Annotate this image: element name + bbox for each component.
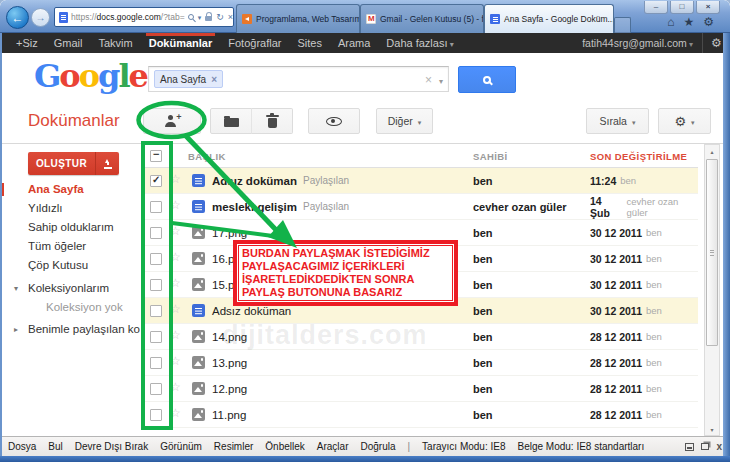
row-checkbox[interactable]	[150, 357, 162, 369]
select-all-checkbox[interactable]	[150, 150, 162, 162]
search-button[interactable]	[458, 66, 516, 93]
row-checkbox[interactable]	[150, 201, 162, 213]
move-to-folder-button[interactable]	[210, 108, 252, 134]
sort-button[interactable]: Sırala	[586, 108, 649, 134]
file-title[interactable]: 11.png	[212, 409, 246, 421]
star-icon[interactable]	[170, 250, 181, 264]
sidebar-item[interactable]: Tüm öğeler	[0, 237, 140, 256]
back-button[interactable]: ←	[6, 6, 29, 29]
row-checkbox[interactable]	[150, 227, 162, 239]
row-checkbox[interactable]	[150, 331, 162, 343]
devbar-menu-item[interactable]: Araçlar	[317, 441, 349, 452]
devbar-close-icon[interactable]	[716, 441, 722, 452]
table-row[interactable]: 14.png ben 28 12 2011 ben	[142, 324, 698, 350]
google-bar-item[interactable]: Gmail	[46, 33, 91, 53]
devbar-menu-item[interactable]: Doğrula	[360, 441, 395, 452]
file-title[interactable]: 17.png	[212, 227, 247, 239]
favorites-star-icon[interactable]	[683, 15, 694, 29]
column-header-title[interactable]: BAŞLIK	[188, 151, 226, 162]
column-header-owner[interactable]: SAHİBİ	[473, 151, 508, 162]
row-checkbox[interactable]	[150, 253, 162, 265]
vertical-scrollbar[interactable]	[704, 144, 720, 436]
file-title[interactable]: Adsız doküman	[212, 175, 297, 187]
upload-button[interactable]	[95, 152, 119, 175]
star-icon[interactable]	[170, 302, 181, 316]
devbar-menu-item[interactable]: Resimler	[214, 441, 253, 452]
table-row[interactable]: 13.png ben 28 12 2011 ben	[142, 350, 698, 376]
sidebar-item[interactable]: Sahip olduklarım	[0, 218, 140, 237]
search-icon[interactable]	[188, 14, 194, 20]
search-chip[interactable]: Ana Sayfa	[154, 70, 223, 88]
create-button[interactable]: OLUŞTUR	[28, 152, 95, 175]
devbar-menu-item[interactable]: Bul	[48, 441, 62, 452]
sidebar-item[interactable]: Ana Sayfa	[0, 180, 140, 199]
file-title[interactable]: Adsız doküman	[212, 305, 291, 317]
window-minimize-button[interactable]	[644, 1, 668, 14]
file-title[interactable]: 12.png	[212, 383, 247, 395]
google-bar-item[interactable]: Fotoğraflar	[220, 33, 289, 53]
google-bar-item[interactable]: Takvim	[90, 33, 140, 53]
expander-icon[interactable]	[14, 279, 18, 298]
clear-search-icon[interactable]	[425, 70, 432, 88]
home-icon[interactable]	[667, 15, 674, 29]
account-email[interactable]: fatih44srg@gmail.com	[582, 37, 702, 49]
row-checkbox[interactable]	[150, 175, 162, 187]
devbar-menu-item[interactable]: Dosya	[8, 441, 36, 452]
settings-button[interactable]	[658, 108, 711, 134]
google-bar-item[interactable]: Dokümanlar	[141, 33, 221, 53]
forward-button[interactable]: →	[31, 8, 50, 27]
star-icon[interactable]	[170, 406, 181, 420]
google-bar-item[interactable]: +Siz	[8, 33, 46, 53]
file-title[interactable]: 13.png	[212, 357, 247, 369]
share-button[interactable]	[143, 108, 201, 134]
row-checkbox[interactable]	[150, 409, 162, 421]
google-bar-item[interactable]: Sites	[289, 33, 329, 53]
devbar-menu-item[interactable]: Devre Dışı Bırak	[75, 441, 148, 452]
devbar-popout-icon[interactable]	[701, 443, 709, 450]
new-tab-button[interactable]	[614, 17, 631, 33]
row-checkbox[interactable]	[150, 305, 162, 317]
table-row[interactable]: Adsız doküman Paylaşılan ben 11:24 ben	[142, 168, 698, 194]
star-icon[interactable]	[170, 380, 181, 394]
devbar-menu-item[interactable]: Önbellek	[265, 441, 304, 452]
star-icon[interactable]	[170, 224, 181, 238]
file-title[interactable]: 14.png	[212, 331, 247, 343]
address-bar[interactable]: https://docs.google.com/?tab=	[54, 7, 234, 27]
devbar-menu-item[interactable]: Görünüm	[160, 441, 202, 452]
table-row[interactable]: 11.png ben 28 12 2011 ben	[142, 402, 698, 428]
sidebar-item[interactable]: Çöp Kutusu	[0, 256, 140, 275]
scroll-up-arrow-icon[interactable]	[705, 145, 719, 157]
scrollbar-thumb[interactable]	[706, 159, 718, 346]
window-maximize-button[interactable]	[670, 1, 694, 14]
expander-icon[interactable]	[14, 320, 18, 339]
scroll-down-arrow-icon[interactable]	[705, 423, 719, 435]
sidebar-item[interactable]: Koleksiyonlarım	[0, 279, 140, 298]
chip-close-icon[interactable]	[211, 74, 217, 85]
star-icon[interactable]	[170, 354, 181, 368]
google-bar-item[interactable]: Arama	[330, 33, 378, 53]
url-dropdown-icon[interactable]	[198, 12, 202, 22]
google-logo[interactable]: Google	[34, 57, 147, 95]
row-checkbox[interactable]	[150, 279, 162, 291]
preview-button[interactable]	[308, 108, 360, 134]
column-header-modified[interactable]: SON DEĞİŞTİRİLME	[590, 151, 687, 162]
sidebar-item[interactable]: Yıldızlı	[0, 199, 140, 218]
star-icon[interactable]	[170, 328, 181, 342]
devbar-minimize-icon[interactable]	[685, 443, 694, 451]
star-icon[interactable]	[170, 172, 181, 186]
refresh-icon[interactable]	[216, 12, 224, 22]
search-options-chevron-icon[interactable]	[439, 70, 443, 88]
sidebar-item[interactable]: Koleksiyon yok	[0, 298, 140, 317]
window-close-button[interactable]	[696, 1, 720, 14]
search-input[interactable]: Ana Sayfa	[148, 66, 449, 92]
table-row[interactable]: mesleki gelişim Paylaşılan cevher ozan g…	[142, 194, 698, 220]
star-icon[interactable]	[170, 276, 181, 290]
browser-tab[interactable]: Ana Sayfa - Google Doküm...	[484, 4, 614, 33]
google-bar-item[interactable]: Daha fazlası	[378, 33, 461, 53]
stop-icon[interactable]	[228, 12, 233, 22]
more-actions-button[interactable]: Diğer	[376, 108, 433, 134]
table-row[interactable]: 12.png ben 28 12 2011 ben	[142, 376, 698, 402]
delete-button[interactable]	[251, 108, 293, 134]
browser-settings-gear-icon[interactable]	[703, 15, 714, 29]
browser-tab[interactable]: Gmail - Gelen Kutusu (5) - fati...	[360, 4, 484, 33]
